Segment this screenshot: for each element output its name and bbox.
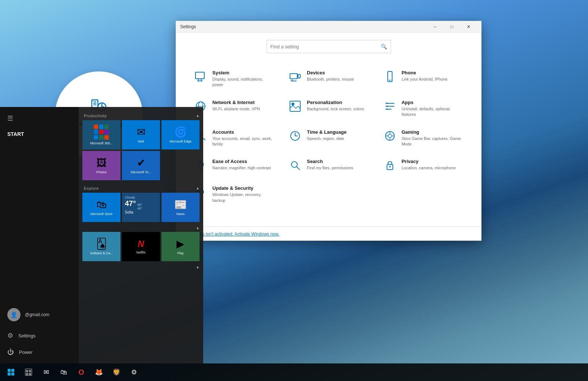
devices-text: Devices Bluetooth, printers, mouse bbox=[307, 70, 354, 82]
devices-desc: Bluetooth, printers, mouse bbox=[307, 77, 354, 82]
window-titlebar: Settings – □ ✕ bbox=[176, 21, 481, 33]
tile-m365[interactable]: Microsoft 365... bbox=[82, 120, 120, 149]
explore-collapse[interactable]: ▲ bbox=[196, 185, 200, 192]
svg-rect-4 bbox=[290, 74, 297, 79]
tile-mail[interactable]: ✉ Mail bbox=[122, 120, 160, 149]
play-icon: ▶ bbox=[176, 238, 185, 250]
gaming-desc: Xbox Game Bar, captures, Game Mode bbox=[402, 136, 463, 147]
settings-personalization[interactable]: Personalization Background, lock screen,… bbox=[281, 94, 376, 123]
start-text: START bbox=[7, 131, 24, 137]
accounts-name: Accounts bbox=[212, 129, 274, 135]
hamburger-icon: ☰ bbox=[7, 114, 13, 122]
phone-desc: Link your Android, iPhone bbox=[402, 77, 447, 82]
svg-rect-41 bbox=[8, 369, 11, 372]
edge-label: Microsoft Edge bbox=[170, 140, 191, 144]
tile-edge[interactable]: 🌀 Microsoft Edge bbox=[161, 120, 200, 149]
time-language-desc: Speech, region, date bbox=[307, 136, 346, 141]
settings-devices[interactable]: Devices Bluetooth, printers, mouse bbox=[281, 64, 376, 94]
apps-icon bbox=[383, 100, 397, 115]
start-user[interactable]: 👤 @gmail.com bbox=[0, 302, 79, 327]
m365-label: Microsoft 365... bbox=[90, 141, 113, 145]
start-tiles-panel: Productivity ▲ Microsoft 365... bbox=[79, 107, 203, 363]
svg-rect-44 bbox=[11, 373, 14, 376]
svg-rect-42 bbox=[11, 369, 14, 372]
tile-todo[interactable]: ✔ Microsoft To... bbox=[122, 151, 160, 180]
ease-access-text: Ease of Access Narrator, magnifier, high… bbox=[212, 159, 271, 171]
svg-point-14 bbox=[291, 103, 294, 106]
maximize-button[interactable]: □ bbox=[443, 21, 460, 33]
svg-point-18 bbox=[386, 103, 388, 104]
time-language-icon bbox=[289, 130, 302, 144]
system-text: System Display, sound, notifications, po… bbox=[212, 70, 274, 88]
start-button[interactable] bbox=[3, 364, 19, 380]
devices-name: Devices bbox=[307, 70, 354, 75]
settings-system[interactable]: System Display, sound, notifications, po… bbox=[187, 64, 281, 94]
brave-taskbar-button[interactable]: 🦁 bbox=[108, 364, 124, 380]
tile-weather[interactable]: Cloudy 47° 56° 40° Sofia bbox=[122, 193, 160, 222]
search-settings-name: Search bbox=[307, 159, 353, 164]
weather-temp: 47° bbox=[125, 199, 136, 208]
minimize-button[interactable]: – bbox=[427, 21, 443, 33]
tile-solitaire[interactable]: 🂡 Solitaire & Ca... bbox=[82, 232, 120, 261]
start-settings-item[interactable]: ⚙ Settings bbox=[0, 327, 79, 344]
gaming-name: Gaming bbox=[402, 129, 463, 135]
window-controls: – □ ✕ bbox=[427, 21, 477, 33]
tile-netflix[interactable]: N Netflix bbox=[122, 232, 160, 261]
productivity-tiles: Microsoft 365... ✉ Mail 🌀 Microsoft Edge… bbox=[82, 120, 200, 180]
phone-name: Phone bbox=[402, 70, 447, 75]
firefox-taskbar-button[interactable]: 🦊 bbox=[91, 364, 107, 380]
tile-play[interactable]: ▶ Play bbox=[161, 232, 200, 261]
start-left-panel: ☰ START 👤 @gmail.com ⚙ Settings ⏻ Power bbox=[0, 107, 79, 363]
user-avatar: 👤 bbox=[7, 308, 21, 321]
start-menu: ☰ START 👤 @gmail.com ⚙ Settings ⏻ Power … bbox=[0, 107, 203, 363]
tile-photos[interactable]: 🖼 Photos bbox=[82, 151, 120, 180]
personalization-icon bbox=[289, 100, 302, 115]
apps-text: Apps Uninstall, defaults, optional featu… bbox=[402, 100, 463, 118]
search-taskbar-button[interactable] bbox=[21, 364, 37, 380]
accounts-text: Accounts Your accounts, email, sync, wor… bbox=[212, 129, 274, 147]
solitaire-icon: 🂡 bbox=[96, 238, 107, 250]
phone-text: Phone Link your Android, iPhone bbox=[402, 70, 447, 82]
privacy-text: Privacy Location, camera, microphone bbox=[402, 159, 456, 171]
update-desc: Windows Update, recovery, backup bbox=[212, 192, 274, 203]
settings-privacy[interactable]: Privacy Location, camera, microphone bbox=[376, 153, 470, 180]
settings-apps[interactable]: Apps Uninstall, defaults, optional featu… bbox=[376, 94, 470, 123]
close-button[interactable]: ✕ bbox=[460, 21, 477, 33]
store-taskbar-button[interactable]: 🛍 bbox=[56, 364, 72, 380]
productivity-collapse[interactable]: ▲ bbox=[196, 112, 200, 119]
svg-point-26 bbox=[388, 134, 392, 138]
time-language-text: Time & Language Speech, region, date bbox=[307, 129, 346, 141]
settings-taskbar-button[interactable]: ⚙ bbox=[126, 364, 142, 380]
settings-phone[interactable]: Phone Link your Android, iPhone bbox=[376, 64, 470, 94]
start-hamburger[interactable]: ☰ bbox=[0, 110, 79, 127]
section-collapse-1 bbox=[82, 226, 85, 231]
section-collapse-arrow-1[interactable]: ▼ bbox=[196, 225, 200, 232]
svg-rect-48 bbox=[26, 373, 28, 375]
photos-icon: 🖼 bbox=[96, 157, 107, 169]
search-input[interactable] bbox=[271, 44, 378, 49]
opera-taskbar-button[interactable]: O bbox=[73, 364, 89, 380]
settings-body: 🔍 System Display, sound, notifications, … bbox=[176, 33, 481, 226]
tile-news[interactable]: 📰 News bbox=[161, 193, 200, 222]
mail-taskbar-button[interactable]: ✉ bbox=[38, 364, 54, 380]
privacy-desc: Location, camera, microphone bbox=[402, 165, 456, 171]
settings-gaming[interactable]: Gaming Xbox Game Bar, captures, Game Mod… bbox=[376, 123, 470, 153]
settings-time-language[interactable]: Time & Language Speech, region, date bbox=[281, 123, 376, 153]
start-power-item[interactable]: ⏻ Power bbox=[0, 344, 79, 360]
section-collapse-arrow-2[interactable]: ▼ bbox=[196, 264, 200, 271]
m365-icons bbox=[94, 125, 109, 140]
start-power-icon: ⏻ bbox=[7, 348, 14, 356]
tile-store[interactable]: 🛍 Microsoft Store bbox=[82, 193, 120, 222]
mail-icon: ✉ bbox=[137, 126, 145, 138]
accounts-desc: Your accounts, email, sync, work, family bbox=[212, 136, 274, 147]
gaming-icon bbox=[383, 130, 397, 144]
store-icon: 🛍 bbox=[96, 199, 107, 211]
window-title: Settings bbox=[180, 24, 427, 29]
privacy-icon bbox=[383, 159, 397, 174]
settings-search[interactable]: Search Find my files, permissions bbox=[281, 153, 376, 180]
weather-city: Sofia bbox=[125, 210, 133, 214]
taskbar: ✉ 🛍 O 🦊 🦁 ⚙ bbox=[0, 363, 588, 381]
update-name: Update & Security bbox=[212, 185, 274, 191]
settings-grid: System Display, sound, notifications, po… bbox=[187, 64, 470, 209]
search-box[interactable]: 🔍 bbox=[267, 40, 391, 53]
